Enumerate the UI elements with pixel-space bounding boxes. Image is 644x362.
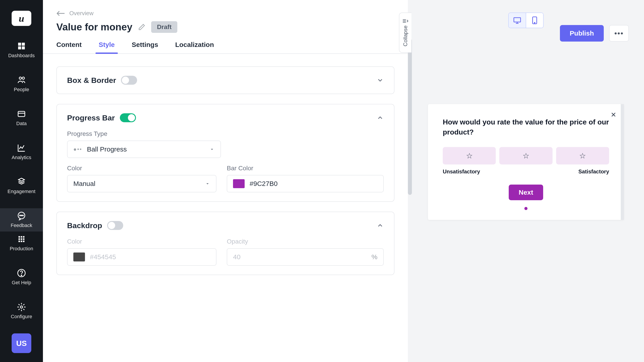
close-icon[interactable]: ✕ xyxy=(611,111,616,119)
svg-point-22 xyxy=(20,306,22,308)
sidebar-item-help[interactable]: Get Help xyxy=(0,266,43,289)
color-swatch xyxy=(233,179,245,188)
field-label: Color xyxy=(67,238,216,245)
panel-title: Progress Bar xyxy=(67,113,115,122)
progress-dot xyxy=(524,207,528,210)
next-button[interactable]: Next xyxy=(509,185,543,200)
analytics-icon xyxy=(17,143,26,152)
caret-down-icon xyxy=(209,147,215,152)
sidebar-item-label: Production xyxy=(10,246,33,252)
logo[interactable]: u xyxy=(12,11,31,26)
panel-header-progress-bar[interactable]: Progress Bar xyxy=(67,113,384,122)
svg-rect-13 xyxy=(23,236,24,238)
field-label: Opacity xyxy=(227,238,384,245)
people-icon xyxy=(17,75,26,84)
rating-option-1[interactable]: ☆ xyxy=(443,147,496,164)
publish-button[interactable]: Publish xyxy=(560,25,604,41)
backdrop-opacity-input[interactable]: 40 % xyxy=(227,248,384,266)
device-desktop-button[interactable] xyxy=(509,13,526,28)
page-title: Value for money xyxy=(56,21,132,33)
scrollbar-thumb[interactable] xyxy=(408,38,412,195)
panel-header-backdrop[interactable]: Backdrop xyxy=(67,221,384,230)
svg-point-10 xyxy=(22,215,23,216)
sidebar: u Dashboards People Data Analytics Engag… xyxy=(0,0,43,362)
svg-rect-14 xyxy=(18,238,20,240)
status-badge: Draft xyxy=(151,21,177,33)
breadcrumb-back[interactable]: Overview xyxy=(56,10,394,17)
sidebar-item-label: Dashboards xyxy=(8,53,35,58)
edit-title-button[interactable] xyxy=(138,23,145,31)
tab-content[interactable]: Content xyxy=(56,41,82,53)
color-mode-select[interactable]: Manual xyxy=(67,175,216,192)
rating-label-low: Unsatisfactory xyxy=(443,168,480,175)
svg-rect-19 xyxy=(23,241,24,242)
sidebar-item-analytics[interactable]: Analytics xyxy=(0,140,43,164)
toggle-box-border[interactable] xyxy=(121,76,137,85)
sidebar-item-label: Configure xyxy=(11,314,32,320)
sidebar-item-configure[interactable]: Configure xyxy=(0,300,43,323)
device-mobile-button[interactable] xyxy=(526,13,543,28)
toggle-progress-bar[interactable] xyxy=(120,113,136,122)
panel-backdrop: Backdrop Color #454545 xyxy=(56,212,394,275)
ball-progress-icon: ● • • xyxy=(73,146,81,152)
toggle-backdrop[interactable] xyxy=(107,221,123,230)
svg-rect-23 xyxy=(514,18,520,22)
more-options-button[interactable]: ••• xyxy=(609,25,629,41)
chevron-up-icon xyxy=(376,222,384,229)
backdrop-color-input[interactable]: #454545 xyxy=(67,248,216,266)
chevron-up-icon xyxy=(376,114,384,121)
tab-localization[interactable]: Localization xyxy=(175,41,214,53)
sidebar-item-production[interactable]: Production xyxy=(0,232,43,255)
sidebar-item-label: Engagement xyxy=(8,189,36,194)
gear-icon xyxy=(17,303,26,312)
dashboards-icon xyxy=(17,41,26,50)
sidebar-item-people[interactable]: People xyxy=(0,72,43,96)
sidebar-item-engagement[interactable]: Engagement xyxy=(0,174,43,198)
device-toggle xyxy=(508,12,544,28)
preview-scrollbar[interactable] xyxy=(621,104,624,220)
arrow-left-icon xyxy=(56,10,65,16)
rating-label-high: Satisfactory xyxy=(578,168,609,175)
sidebar-item-label: People xyxy=(14,87,29,92)
panel-title: Backdrop xyxy=(67,221,102,230)
user-avatar[interactable]: US xyxy=(12,334,31,353)
sidebar-item-label: Feedback xyxy=(11,223,32,228)
sidebar-item-label: Data xyxy=(16,121,26,126)
svg-point-21 xyxy=(21,275,22,276)
svg-point-25 xyxy=(534,22,535,23)
sidebar-item-label: Get Help xyxy=(12,280,31,286)
select-value: Manual xyxy=(73,180,95,187)
caret-down-icon xyxy=(205,181,210,186)
color-value: #454545 xyxy=(90,253,116,261)
list-chevron-icon xyxy=(402,19,408,23)
rating-option-3[interactable]: ☆ xyxy=(556,147,609,164)
help-icon xyxy=(17,269,26,278)
tab-settings[interactable]: Settings xyxy=(132,41,158,53)
panel-header-box-border[interactable]: Box & Border xyxy=(67,76,384,85)
bar-color-input[interactable]: #9C27B0 xyxy=(227,175,384,192)
svg-rect-3 xyxy=(22,46,25,49)
chevron-down-icon xyxy=(376,77,384,84)
select-value: Ball Progress xyxy=(87,145,127,153)
collapse-panel-button[interactable]: Collapse xyxy=(399,12,412,53)
svg-rect-6 xyxy=(18,111,25,116)
svg-rect-1 xyxy=(22,43,25,45)
svg-point-8 xyxy=(20,215,20,216)
svg-rect-12 xyxy=(21,236,22,238)
field-label: Progress Type xyxy=(67,130,384,137)
svg-point-5 xyxy=(22,77,24,79)
opacity-value: 40 xyxy=(233,253,240,261)
survey-question: How would you rate the value for the pri… xyxy=(443,117,609,137)
rating-option-2[interactable]: ☆ xyxy=(499,147,552,164)
feedback-icon xyxy=(17,211,26,220)
breadcrumb-label: Overview xyxy=(69,10,94,17)
preview-area: Collapse ✕ How would you rate the value … xyxy=(408,0,644,362)
field-label: Color xyxy=(67,165,216,172)
progress-type-select[interactable]: ● • • Ball Progress xyxy=(67,141,221,158)
sidebar-item-data[interactable]: Data xyxy=(0,106,43,130)
tab-style[interactable]: Style xyxy=(98,41,115,53)
sidebar-item-feedback[interactable]: Feedback xyxy=(0,208,43,232)
sidebar-item-dashboards[interactable]: Dashboards xyxy=(0,38,43,62)
svg-point-9 xyxy=(21,215,22,216)
tabs: Content Style Settings Localization xyxy=(56,41,394,53)
